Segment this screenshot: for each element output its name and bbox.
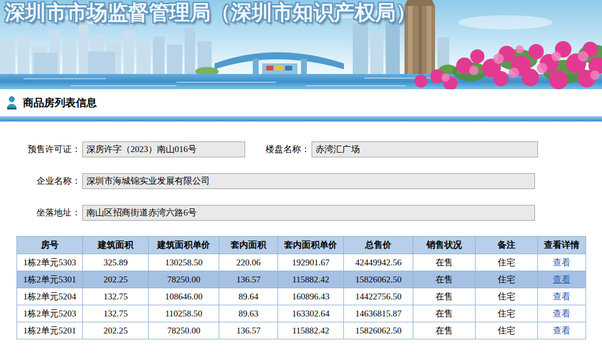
area-cell: 325.89: [83, 254, 149, 271]
view-cell: 查看: [538, 271, 586, 288]
building-name-label: 楼盘名称：: [245, 144, 310, 155]
address-field[interactable]: [82, 205, 535, 221]
view-cell: 查看: [538, 305, 586, 322]
person-icon: [6, 96, 18, 110]
table-row[interactable]: 1栋2单元5204 132.75 108646.00 89.64 160896.…: [17, 288, 586, 305]
inner-area-cell: 136.57: [219, 271, 278, 288]
area-cell: 132.75: [83, 305, 149, 322]
company-name-label: 企业名称：: [0, 176, 81, 187]
room-cell: 1栋2单元5303: [17, 254, 83, 271]
total-price-cell: 15826062.50: [344, 322, 413, 339]
section-divider-bar: [0, 116, 602, 122]
inner-area-cell: 136.57: [219, 322, 278, 339]
view-link[interactable]: 查看: [553, 275, 571, 284]
view-link[interactable]: 查看: [553, 258, 571, 267]
total-price-cell: 14636815.87: [344, 305, 413, 322]
page-title: 商品房列表信息: [23, 96, 97, 110]
form-row-2: 企业名称：: [0, 173, 602, 189]
view-cell: 查看: [538, 322, 586, 339]
view-link[interactable]: 查看: [553, 292, 571, 301]
header-note: 备注: [476, 237, 538, 254]
header-room-number: 房号: [17, 237, 83, 254]
unit-price-cell: 108646.00: [149, 288, 219, 305]
unit-price-cell: 78250.00: [149, 322, 219, 339]
area-cell: 202.25: [83, 322, 149, 339]
table-row[interactable]: 1栋2单元5203 132.75 110258.50 89.63 163302.…: [17, 305, 586, 322]
inner-unit-price-cell: 160896.43: [278, 288, 344, 305]
presale-permit-label: 预售许可证：: [0, 144, 81, 155]
note-cell: 住宅: [476, 322, 538, 339]
unit-price-cell: 78250.00: [149, 271, 219, 288]
table-header-row: 房号 建筑面积 建筑面积单价 套内面积 套内面积单价 总售价 销售状况 备注 查…: [17, 237, 586, 254]
view-link[interactable]: 查看: [553, 309, 571, 318]
housing-list-table: 房号 建筑面积 建筑面积单价 套内面积 套内面积单价 总售价 销售状况 备注 查…: [16, 236, 586, 339]
form-row-3: 坐落地址：: [0, 204, 602, 221]
room-cell: 1栋2单元5204: [17, 288, 83, 305]
inner-unit-price-cell: 192901.67: [278, 254, 344, 271]
note-cell: 住宅: [476, 254, 538, 271]
status-cell: 在售: [413, 271, 476, 288]
room-cell: 1栋2单元5203: [17, 305, 83, 322]
total-price-cell: 14422756.50: [344, 288, 413, 305]
view-cell: 查看: [538, 288, 586, 305]
header-inner-unit-price: 套内面积单价: [278, 237, 344, 254]
header-sale-status: 销售状况: [413, 237, 476, 254]
table-row-selected[interactable]: 1栋2单元5301 202.25 78250.00 136.57 115882.…: [17, 271, 586, 288]
room-cell: 1栋2单元5201: [17, 322, 83, 339]
address-label: 坐落地址：: [0, 207, 81, 218]
inner-area-cell: 220.06: [219, 254, 278, 271]
note-cell: 住宅: [476, 288, 538, 305]
site-title: 深圳市市场监督管理局（深圳市知识产权局）: [5, 0, 416, 26]
view-cell: 查看: [538, 254, 586, 271]
table-row[interactable]: 1栋2单元5303 325.89 130258.50 220.06 192901…: [17, 254, 586, 271]
room-cell: 1栋2单元5301: [17, 271, 83, 288]
status-cell: 在售: [413, 322, 476, 339]
note-cell: 住宅: [476, 305, 538, 322]
inner-unit-price-cell: 163302.64: [278, 305, 344, 322]
header-view-detail: 查看详情: [538, 237, 586, 254]
area-cell: 132.75: [83, 288, 149, 305]
view-link[interactable]: 查看: [553, 326, 571, 335]
area-cell: 202.25: [83, 271, 149, 288]
unit-price-cell: 130258.50: [149, 254, 219, 271]
presale-permit-field[interactable]: [82, 141, 245, 157]
table-row[interactable]: 1栋2单元5201 202.25 78250.00 136.57 115882.…: [17, 322, 586, 339]
unit-price-cell: 110258.50: [149, 305, 219, 322]
inner-unit-price-cell: 115882.42: [278, 322, 344, 339]
site-banner: 深圳市市场监督管理局（深圳市知识产权局）: [0, 0, 602, 89]
header-building-area: 建筑面积: [83, 237, 149, 254]
total-price-cell: 42449942.56: [344, 254, 413, 271]
status-cell: 在售: [413, 288, 476, 305]
building-name-field[interactable]: [312, 141, 538, 157]
status-cell: 在售: [413, 305, 476, 322]
header-building-unit-price: 建筑面积单价: [149, 237, 219, 254]
form-row-1: 预售许可证： 楼盘名称：: [0, 141, 602, 157]
property-info-form: 预售许可证： 楼盘名称： 企业名称： 坐落地址：: [0, 141, 602, 221]
total-price-cell: 15826062.50: [344, 271, 413, 288]
section-header: 商品房列表信息: [0, 89, 602, 116]
housing-table-container: 房号 建筑面积 建筑面积单价 套内面积 套内面积单价 总售价 销售状况 备注 查…: [16, 236, 602, 339]
note-cell: 住宅: [476, 271, 538, 288]
header-total-price: 总售价: [344, 237, 413, 254]
inner-area-cell: 89.64: [219, 288, 278, 305]
header-inner-area: 套内面积: [219, 237, 278, 254]
inner-unit-price-cell: 115882.42: [278, 271, 344, 288]
company-name-field[interactable]: [82, 173, 535, 189]
inner-area-cell: 89.63: [219, 305, 278, 322]
status-cell: 在售: [413, 254, 476, 271]
